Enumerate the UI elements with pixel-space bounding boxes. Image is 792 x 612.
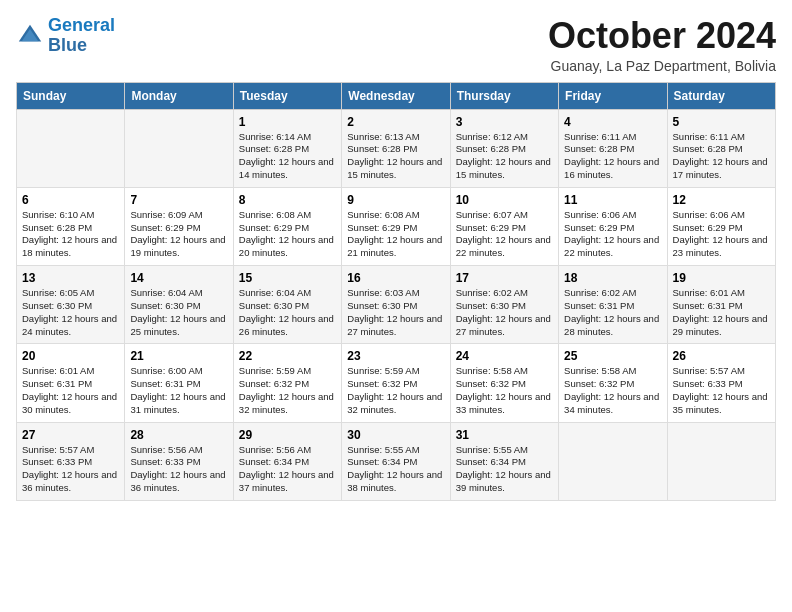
- day-number: 11: [564, 193, 661, 207]
- day-info: Sunrise: 5:57 AMSunset: 6:33 PMDaylight:…: [673, 365, 770, 416]
- week-row-5: 27Sunrise: 5:57 AMSunset: 6:33 PMDayligh…: [17, 422, 776, 500]
- day-header-sunday: Sunday: [17, 82, 125, 109]
- calendar-cell: 9Sunrise: 6:08 AMSunset: 6:29 PMDaylight…: [342, 187, 450, 265]
- calendar-cell: 1Sunrise: 6:14 AMSunset: 6:28 PMDaylight…: [233, 109, 341, 187]
- day-header-tuesday: Tuesday: [233, 82, 341, 109]
- calendar-cell: 2Sunrise: 6:13 AMSunset: 6:28 PMDaylight…: [342, 109, 450, 187]
- calendar-cell: 15Sunrise: 6:04 AMSunset: 6:30 PMDayligh…: [233, 266, 341, 344]
- page-header: General Blue October 2024 Guanay, La Paz…: [16, 16, 776, 74]
- day-number: 9: [347, 193, 444, 207]
- day-info: Sunrise: 6:10 AMSunset: 6:28 PMDaylight:…: [22, 209, 119, 260]
- day-info: Sunrise: 5:59 AMSunset: 6:32 PMDaylight:…: [239, 365, 336, 416]
- calendar-cell: 30Sunrise: 5:55 AMSunset: 6:34 PMDayligh…: [342, 422, 450, 500]
- day-info: Sunrise: 5:57 AMSunset: 6:33 PMDaylight:…: [22, 444, 119, 495]
- calendar-cell: 16Sunrise: 6:03 AMSunset: 6:30 PMDayligh…: [342, 266, 450, 344]
- day-number: 1: [239, 115, 336, 129]
- day-number: 27: [22, 428, 119, 442]
- day-number: 2: [347, 115, 444, 129]
- calendar-cell: [559, 422, 667, 500]
- calendar-cell: 6Sunrise: 6:10 AMSunset: 6:28 PMDaylight…: [17, 187, 125, 265]
- calendar-cell: 24Sunrise: 5:58 AMSunset: 6:32 PMDayligh…: [450, 344, 558, 422]
- day-info: Sunrise: 6:07 AMSunset: 6:29 PMDaylight:…: [456, 209, 553, 260]
- calendar-cell: 4Sunrise: 6:11 AMSunset: 6:28 PMDaylight…: [559, 109, 667, 187]
- day-number: 14: [130, 271, 227, 285]
- day-number: 10: [456, 193, 553, 207]
- day-number: 15: [239, 271, 336, 285]
- day-number: 26: [673, 349, 770, 363]
- calendar-cell: 14Sunrise: 6:04 AMSunset: 6:30 PMDayligh…: [125, 266, 233, 344]
- calendar-cell: 13Sunrise: 6:05 AMSunset: 6:30 PMDayligh…: [17, 266, 125, 344]
- calendar-cell: 26Sunrise: 5:57 AMSunset: 6:33 PMDayligh…: [667, 344, 775, 422]
- day-number: 30: [347, 428, 444, 442]
- day-info: Sunrise: 6:01 AMSunset: 6:31 PMDaylight:…: [22, 365, 119, 416]
- calendar-cell: 31Sunrise: 5:55 AMSunset: 6:34 PMDayligh…: [450, 422, 558, 500]
- day-number: 19: [673, 271, 770, 285]
- calendar-cell: 27Sunrise: 5:57 AMSunset: 6:33 PMDayligh…: [17, 422, 125, 500]
- calendar-cell: 28Sunrise: 5:56 AMSunset: 6:33 PMDayligh…: [125, 422, 233, 500]
- day-number: 16: [347, 271, 444, 285]
- day-number: 7: [130, 193, 227, 207]
- day-info: Sunrise: 6:06 AMSunset: 6:29 PMDaylight:…: [673, 209, 770, 260]
- logo-icon: [16, 22, 44, 50]
- day-number: 25: [564, 349, 661, 363]
- day-info: Sunrise: 6:14 AMSunset: 6:28 PMDaylight:…: [239, 131, 336, 182]
- calendar-cell: [17, 109, 125, 187]
- location: Guanay, La Paz Department, Bolivia: [548, 58, 776, 74]
- day-info: Sunrise: 6:02 AMSunset: 6:30 PMDaylight:…: [456, 287, 553, 338]
- calendar-cell: [125, 109, 233, 187]
- calendar-cell: [667, 422, 775, 500]
- calendar-cell: 17Sunrise: 6:02 AMSunset: 6:30 PMDayligh…: [450, 266, 558, 344]
- week-row-2: 6Sunrise: 6:10 AMSunset: 6:28 PMDaylight…: [17, 187, 776, 265]
- calendar-cell: 10Sunrise: 6:07 AMSunset: 6:29 PMDayligh…: [450, 187, 558, 265]
- day-number: 23: [347, 349, 444, 363]
- calendar-cell: 19Sunrise: 6:01 AMSunset: 6:31 PMDayligh…: [667, 266, 775, 344]
- day-number: 31: [456, 428, 553, 442]
- day-header-thursday: Thursday: [450, 82, 558, 109]
- day-number: 5: [673, 115, 770, 129]
- day-number: 3: [456, 115, 553, 129]
- day-info: Sunrise: 6:12 AMSunset: 6:28 PMDaylight:…: [456, 131, 553, 182]
- day-info: Sunrise: 6:11 AMSunset: 6:28 PMDaylight:…: [673, 131, 770, 182]
- day-number: 13: [22, 271, 119, 285]
- day-header-wednesday: Wednesday: [342, 82, 450, 109]
- day-info: Sunrise: 6:06 AMSunset: 6:29 PMDaylight:…: [564, 209, 661, 260]
- calendar-cell: 7Sunrise: 6:09 AMSunset: 6:29 PMDaylight…: [125, 187, 233, 265]
- calendar-cell: 8Sunrise: 6:08 AMSunset: 6:29 PMDaylight…: [233, 187, 341, 265]
- week-row-4: 20Sunrise: 6:01 AMSunset: 6:31 PMDayligh…: [17, 344, 776, 422]
- day-number: 6: [22, 193, 119, 207]
- day-number: 21: [130, 349, 227, 363]
- calendar-table: SundayMondayTuesdayWednesdayThursdayFrid…: [16, 82, 776, 501]
- logo: General Blue: [16, 16, 115, 56]
- day-info: Sunrise: 6:11 AMSunset: 6:28 PMDaylight:…: [564, 131, 661, 182]
- day-number: 28: [130, 428, 227, 442]
- logo-blue: Blue: [48, 35, 87, 55]
- calendar-cell: 18Sunrise: 6:02 AMSunset: 6:31 PMDayligh…: [559, 266, 667, 344]
- day-info: Sunrise: 6:00 AMSunset: 6:31 PMDaylight:…: [130, 365, 227, 416]
- day-header-saturday: Saturday: [667, 82, 775, 109]
- calendar-cell: 12Sunrise: 6:06 AMSunset: 6:29 PMDayligh…: [667, 187, 775, 265]
- week-row-3: 13Sunrise: 6:05 AMSunset: 6:30 PMDayligh…: [17, 266, 776, 344]
- day-info: Sunrise: 6:08 AMSunset: 6:29 PMDaylight:…: [239, 209, 336, 260]
- day-info: Sunrise: 5:58 AMSunset: 6:32 PMDaylight:…: [456, 365, 553, 416]
- day-info: Sunrise: 6:04 AMSunset: 6:30 PMDaylight:…: [239, 287, 336, 338]
- calendar-cell: 29Sunrise: 5:56 AMSunset: 6:34 PMDayligh…: [233, 422, 341, 500]
- day-number: 22: [239, 349, 336, 363]
- day-number: 12: [673, 193, 770, 207]
- day-info: Sunrise: 6:04 AMSunset: 6:30 PMDaylight:…: [130, 287, 227, 338]
- day-info: Sunrise: 5:56 AMSunset: 6:34 PMDaylight:…: [239, 444, 336, 495]
- day-header-row: SundayMondayTuesdayWednesdayThursdayFrid…: [17, 82, 776, 109]
- day-number: 18: [564, 271, 661, 285]
- title-block: October 2024 Guanay, La Paz Department, …: [548, 16, 776, 74]
- day-number: 4: [564, 115, 661, 129]
- day-info: Sunrise: 6:01 AMSunset: 6:31 PMDaylight:…: [673, 287, 770, 338]
- day-info: Sunrise: 6:13 AMSunset: 6:28 PMDaylight:…: [347, 131, 444, 182]
- calendar-cell: 21Sunrise: 6:00 AMSunset: 6:31 PMDayligh…: [125, 344, 233, 422]
- day-header-friday: Friday: [559, 82, 667, 109]
- calendar-cell: 20Sunrise: 6:01 AMSunset: 6:31 PMDayligh…: [17, 344, 125, 422]
- day-info: Sunrise: 6:08 AMSunset: 6:29 PMDaylight:…: [347, 209, 444, 260]
- calendar-cell: 5Sunrise: 6:11 AMSunset: 6:28 PMDaylight…: [667, 109, 775, 187]
- day-number: 17: [456, 271, 553, 285]
- day-info: Sunrise: 5:59 AMSunset: 6:32 PMDaylight:…: [347, 365, 444, 416]
- month-title: October 2024: [548, 16, 776, 56]
- day-info: Sunrise: 6:02 AMSunset: 6:31 PMDaylight:…: [564, 287, 661, 338]
